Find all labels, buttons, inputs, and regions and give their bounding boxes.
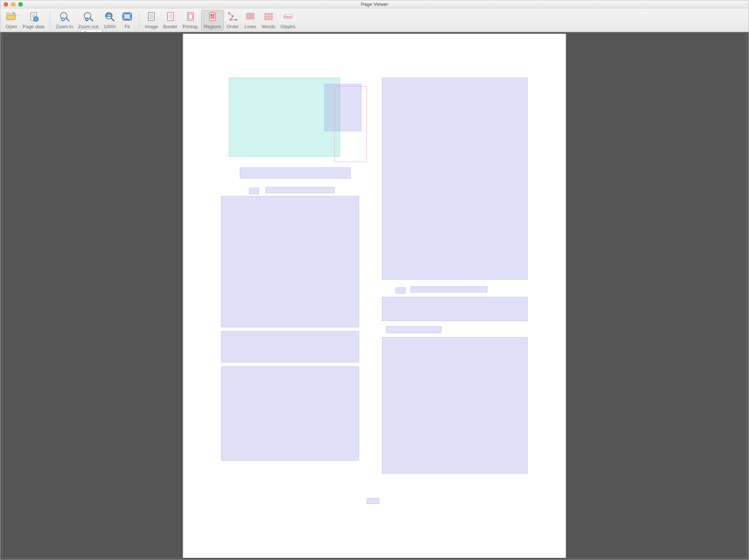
svg-rect-25 xyxy=(150,16,153,17)
zoomin-button[interactable]: Zoom in xyxy=(53,10,75,30)
zoom100-button[interactable]: 100100% xyxy=(101,10,118,30)
lines-button[interactable]: Lines xyxy=(241,10,259,30)
doc-info-icon: i xyxy=(28,11,40,23)
doc-border-icon xyxy=(165,11,176,23)
svg-rect-31 xyxy=(169,16,172,17)
doc-glyphs-icon: Glyph xyxy=(282,11,294,23)
svg-rect-41 xyxy=(211,18,215,19)
svg-rect-36 xyxy=(210,12,215,21)
region-text-6[interactable] xyxy=(221,331,359,362)
svg-text:Glyph: Glyph xyxy=(284,15,292,18)
svg-rect-32 xyxy=(169,17,172,18)
toolbar-button-label: Border xyxy=(163,24,177,29)
svg-text:100: 100 xyxy=(107,14,111,16)
toolbar-button-label: Lines xyxy=(245,24,256,29)
doc-printsp-icon xyxy=(185,11,196,23)
order-arrows-icon xyxy=(227,11,239,23)
document-page[interactable] xyxy=(183,34,566,558)
svg-rect-47 xyxy=(246,15,254,17)
magnify-plus-icon xyxy=(59,11,70,23)
toolbar-button-label: Page data xyxy=(23,24,44,29)
svg-point-43 xyxy=(232,15,234,17)
region-text-8[interactable] xyxy=(382,78,528,280)
svg-rect-53 xyxy=(268,16,270,18)
fit-button[interactable]: Fit xyxy=(118,10,136,30)
svg-rect-29 xyxy=(169,14,172,15)
svg-rect-21 xyxy=(124,14,130,19)
region-text-13[interactable] xyxy=(382,337,528,474)
svg-rect-49 xyxy=(265,13,267,15)
app-window: Page Viewer OpeniPage dataZoom inZoom ou… xyxy=(0,0,749,560)
svg-point-42 xyxy=(228,12,230,14)
svg-rect-1 xyxy=(32,14,36,15)
region-text-5[interactable] xyxy=(221,196,359,327)
svg-rect-52 xyxy=(265,16,267,18)
svg-rect-54 xyxy=(270,16,273,18)
toolbar-button-label: Zoom out xyxy=(78,24,98,29)
svg-rect-56 xyxy=(268,18,270,20)
svg-point-44 xyxy=(230,19,232,21)
image-button[interactable]: Image xyxy=(142,10,160,30)
region-text-10[interactable] xyxy=(411,286,487,292)
svg-rect-40 xyxy=(211,17,215,18)
magnify-100-icon: 100 xyxy=(104,11,115,23)
magnify-minus-icon xyxy=(82,11,94,23)
svg-rect-57 xyxy=(270,18,273,20)
toolbar-button-label: Glyphs xyxy=(280,24,295,29)
toolbar-button-label: Fit xyxy=(125,24,130,29)
viewport-canvas[interactable] xyxy=(2,34,747,558)
svg-line-13 xyxy=(90,18,93,21)
svg-line-8 xyxy=(66,18,69,21)
region-text-9[interactable] xyxy=(395,287,405,294)
region-text-4[interactable] xyxy=(265,187,334,193)
words-button[interactable]: Words xyxy=(259,10,278,30)
region-text-12[interactable] xyxy=(386,326,441,333)
svg-rect-26 xyxy=(150,17,153,18)
toolbar-button-label: Regions xyxy=(204,24,221,29)
titlebar[interactable]: Page Viewer xyxy=(0,0,749,8)
region-text-11[interactable] xyxy=(382,297,528,321)
window-title: Page Viewer xyxy=(0,1,749,7)
toolbar-button-label: Words xyxy=(262,24,275,29)
toolbar-button-label: Order xyxy=(227,24,239,29)
svg-text:i: i xyxy=(35,17,36,21)
toolbar-button-label: 100% xyxy=(104,24,116,29)
open-button[interactable]: Open xyxy=(3,10,20,30)
order-button[interactable]: Order xyxy=(224,10,241,30)
folder-open-icon xyxy=(5,11,17,23)
pagedata-button[interactable]: iPage data xyxy=(20,10,47,30)
region-text-7[interactable] xyxy=(221,366,359,461)
glyphs-button[interactable]: GlyphGlyphs xyxy=(278,10,298,30)
svg-rect-33 xyxy=(169,18,172,19)
svg-rect-37 xyxy=(211,14,213,17)
svg-rect-38 xyxy=(213,14,215,16)
regions-button[interactable]: Regions xyxy=(201,10,224,30)
region-page-number[interactable] xyxy=(367,498,379,504)
region-text-3[interactable] xyxy=(249,188,259,194)
toolbar-separator xyxy=(50,11,50,29)
doc-words-icon xyxy=(263,11,274,23)
toolbar-button-label: Zoom in xyxy=(56,24,73,29)
svg-rect-55 xyxy=(265,18,267,20)
border-button[interactable]: Border xyxy=(160,10,180,30)
svg-line-17 xyxy=(111,18,114,21)
region-image-1[interactable] xyxy=(229,78,340,156)
svg-rect-23 xyxy=(150,14,153,15)
toolbar: OpeniPage dataZoom inZoom out100100%FitI… xyxy=(0,8,749,32)
printsp-button[interactable]: Printsp. xyxy=(180,10,201,30)
svg-rect-46 xyxy=(246,13,254,15)
toolbar-separator xyxy=(139,11,139,29)
region-text-2[interactable] xyxy=(240,167,351,178)
zoomout-button[interactable]: Zoom out xyxy=(75,10,101,30)
region-frame-1[interactable] xyxy=(334,86,367,162)
toolbar-button-label: Printsp. xyxy=(182,24,199,29)
svg-point-45 xyxy=(236,19,237,21)
doc-lines-icon xyxy=(244,11,256,23)
svg-rect-27 xyxy=(150,18,153,19)
doc-regions-icon xyxy=(207,11,218,23)
doc-image-icon xyxy=(145,11,157,23)
viewport[interactable] xyxy=(0,32,749,560)
fit-screen-icon xyxy=(121,11,133,23)
svg-rect-48 xyxy=(246,18,254,19)
svg-rect-2 xyxy=(32,15,36,16)
